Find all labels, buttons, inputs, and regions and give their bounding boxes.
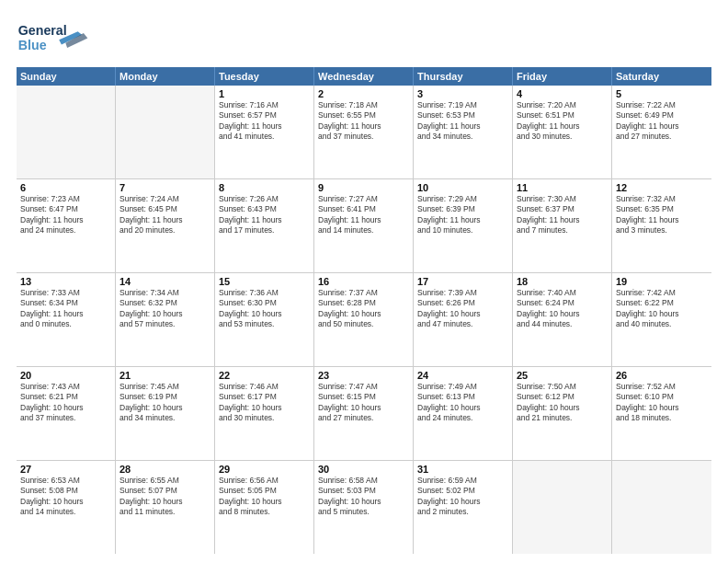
day-number: 14 [119,276,210,287]
cell-line: Sunrise: 7:39 AM [417,288,508,298]
cell-line: Daylight: 10 hours [119,403,210,413]
day-header-monday: Monday [116,67,215,86]
svg-text:General: General [18,23,67,38]
cell-line: Sunrise: 6:53 AM [20,476,111,486]
day-number: 19 [616,276,708,287]
logo-svg: General Blue [17,17,90,58]
cell-line: and 8 minutes. [219,507,310,517]
day-number: 4 [517,88,608,99]
cell-line: Daylight: 10 hours [119,309,210,319]
cell-line: Daylight: 10 hours [417,497,508,507]
cell-line: Daylight: 11 hours [20,309,111,319]
cell-line: and 11 minutes. [119,507,210,517]
cell-line: Sunrise: 7:22 AM [616,100,708,110]
cell-line: Daylight: 11 hours [318,215,409,225]
cal-cell: 19Sunrise: 7:42 AMSunset: 6:22 PMDayligh… [612,273,711,366]
cal-cell: 6Sunrise: 7:23 AMSunset: 6:47 PMDaylight… [17,179,116,272]
logo: General Blue [17,17,90,58]
cal-cell [116,86,215,178]
cell-line: and 34 minutes. [119,413,210,423]
cell-line: Sunrise: 7:27 AM [318,194,409,204]
cell-line: and 30 minutes. [219,413,310,423]
day-number: 16 [318,276,409,287]
cell-line: Sunset: 5:05 PM [219,486,310,496]
cell-line: Daylight: 11 hours [417,215,508,225]
cal-cell: 26Sunrise: 7:52 AMSunset: 6:10 PMDayligh… [612,367,711,460]
cell-line: and 10 minutes. [417,225,508,236]
cell-line: Sunset: 6:43 PM [219,204,310,214]
cal-cell: 22Sunrise: 7:46 AMSunset: 6:17 PMDayligh… [215,367,314,460]
week-row-4: 27Sunrise: 6:53 AMSunset: 5:08 PMDayligh… [17,461,711,554]
cal-cell: 29Sunrise: 6:56 AMSunset: 5:05 PMDayligh… [215,461,314,554]
cell-line: and 2 minutes. [417,507,508,517]
cell-line: Daylight: 10 hours [20,403,111,413]
cell-line: Sunset: 6:49 PM [616,110,708,121]
cell-line: Sunrise: 7:34 AM [119,288,210,298]
cell-line: and 27 minutes. [616,132,708,142]
cell-line: Daylight: 10 hours [318,403,409,413]
day-number: 5 [616,88,708,99]
cal-cell: 11Sunrise: 7:30 AMSunset: 6:37 PMDayligh… [513,179,612,272]
cell-line: and 37 minutes. [20,413,111,423]
day-number: 1 [219,88,310,99]
cal-cell: 5Sunrise: 7:22 AMSunset: 6:49 PMDaylight… [612,86,711,178]
cell-line: and 14 minutes. [318,225,409,236]
cell-line: Daylight: 10 hours [616,309,708,319]
cell-line: Daylight: 11 hours [417,121,508,132]
cell-line: Sunrise: 7:46 AM [219,382,310,392]
cell-line: Sunrise: 7:29 AM [417,194,508,204]
cal-cell: 25Sunrise: 7:50 AMSunset: 6:12 PMDayligh… [513,367,612,460]
cal-cell [612,461,711,554]
calendar: SundayMondayTuesdayWednesdayThursdayFrid… [17,67,711,554]
cal-cell: 18Sunrise: 7:40 AMSunset: 6:24 PMDayligh… [513,273,612,366]
header: General Blue [17,17,711,58]
cal-cell: 9Sunrise: 7:27 AMSunset: 6:41 PMDaylight… [314,179,414,272]
cal-cell: 31Sunrise: 6:59 AMSunset: 5:02 PMDayligh… [414,461,513,554]
cal-cell: 13Sunrise: 7:33 AMSunset: 6:34 PMDayligh… [17,273,116,366]
cell-line: and 21 minutes. [517,413,608,423]
cell-line: Sunset: 5:07 PM [119,486,210,496]
day-number: 26 [616,370,708,381]
cell-line: Sunset: 6:39 PM [417,204,508,214]
cal-cell: 8Sunrise: 7:26 AMSunset: 6:43 PMDaylight… [215,179,314,272]
cal-cell: 4Sunrise: 7:20 AMSunset: 6:51 PMDaylight… [513,86,612,178]
cal-cell: 16Sunrise: 7:37 AMSunset: 6:28 PMDayligh… [314,273,414,366]
day-number: 22 [219,370,310,381]
cell-line: Sunset: 6:45 PM [119,204,210,214]
day-header-tuesday: Tuesday [215,67,314,86]
cal-cell: 27Sunrise: 6:53 AMSunset: 5:08 PMDayligh… [17,461,116,554]
day-number: 6 [20,182,111,193]
calendar-header: SundayMondayTuesdayWednesdayThursdayFrid… [17,67,711,86]
cell-line: Sunrise: 7:36 AM [219,288,310,298]
day-number: 24 [417,370,508,381]
cal-cell: 21Sunrise: 7:45 AMSunset: 6:19 PMDayligh… [116,367,215,460]
day-header-thursday: Thursday [414,67,513,86]
day-number: 30 [318,464,409,475]
cell-line: Sunset: 6:34 PM [20,298,111,308]
cell-line: and 47 minutes. [417,319,508,329]
cal-cell: 23Sunrise: 7:47 AMSunset: 6:15 PMDayligh… [314,367,414,460]
cell-line: Sunset: 6:19 PM [119,392,210,402]
cell-line: Sunrise: 7:23 AM [20,194,111,204]
cell-line: and 5 minutes. [318,507,409,517]
day-number: 18 [517,276,608,287]
calendar-body: 1Sunrise: 7:16 AMSunset: 6:57 PMDaylight… [17,86,711,554]
cell-line: Sunset: 6:26 PM [417,298,508,308]
cell-line: Sunset: 6:10 PM [616,392,708,402]
cell-line: Daylight: 10 hours [318,309,409,319]
week-row-3: 20Sunrise: 7:43 AMSunset: 6:21 PMDayligh… [17,367,711,461]
cell-line: and 7 minutes. [517,225,608,236]
cell-line: Sunrise: 7:32 AM [616,194,708,204]
day-number: 25 [517,370,608,381]
day-number: 28 [119,464,210,475]
cell-line: and 17 minutes. [219,225,310,236]
cell-line: and 0 minutes. [20,319,111,329]
cell-line: and 14 minutes. [20,507,111,517]
day-number: 11 [517,182,608,193]
cell-line: Sunrise: 7:18 AM [318,100,409,110]
week-row-0: 1Sunrise: 7:16 AMSunset: 6:57 PMDaylight… [17,86,711,179]
cal-cell: 3Sunrise: 7:19 AMSunset: 6:53 PMDaylight… [414,86,513,178]
day-number: 7 [119,182,210,193]
cell-line: Daylight: 10 hours [417,403,508,413]
day-number: 13 [20,276,111,287]
